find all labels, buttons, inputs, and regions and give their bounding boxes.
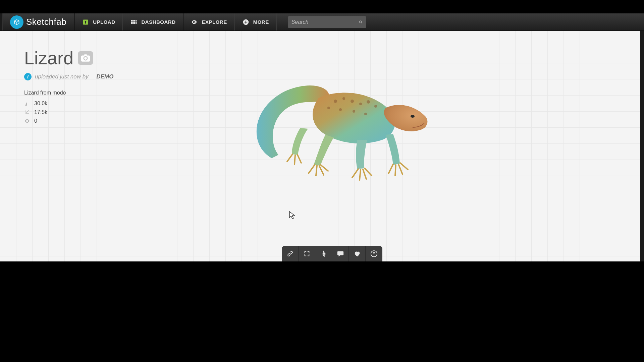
nav-upload-label: UPLOAD — [93, 19, 115, 25]
svg-point-16 — [339, 108, 342, 111]
svg-point-11 — [351, 100, 354, 103]
svg-point-14 — [374, 105, 377, 108]
svg-rect-1 — [131, 20, 133, 21]
svg-point-9 — [334, 100, 337, 103]
svg-rect-6 — [136, 22, 137, 24]
viewer-toolbar — [282, 246, 382, 261]
heart-icon — [354, 250, 361, 257]
nav-explore[interactable]: EXPLORE — [183, 13, 234, 31]
model-render[interactable] — [241, 78, 429, 185]
dashboard-icon — [130, 19, 137, 25]
nav-dashboard-label: DASHBOARD — [141, 19, 175, 25]
fullscreen-icon — [303, 250, 311, 257]
svg-point-13 — [367, 100, 370, 104]
svg-point-19 — [323, 251, 324, 252]
nav-dashboard[interactable]: DASHBOARD — [123, 13, 183, 31]
svg-point-10 — [342, 97, 345, 100]
explore-icon — [191, 19, 198, 25]
upload-icon — [82, 19, 89, 25]
stat-triangles: 30.0k — [34, 99, 47, 108]
like-button[interactable] — [349, 246, 366, 261]
brand-logo[interactable]: Sketchfab — [3, 13, 74, 31]
search-input[interactable] — [291, 19, 359, 25]
model-meta: Lizard i uploaded just now by __DEMO__ L… — [24, 48, 120, 125]
link-icon — [286, 250, 294, 257]
byline-prefix: uploaded just now by — [35, 73, 90, 80]
sidebar-handle[interactable] — [0, 13, 3, 31]
stat-views: 0 — [34, 117, 37, 125]
svg-rect-4 — [131, 22, 133, 24]
walk-icon — [320, 250, 327, 257]
help-button[interactable] — [366, 246, 382, 261]
nav-more[interactable]: MORE — [235, 13, 277, 31]
info-icon[interactable]: i — [24, 73, 32, 80]
views-icon — [24, 118, 30, 124]
author-link[interactable]: __DEMO__ — [90, 73, 120, 80]
search-icon[interactable] — [359, 19, 363, 25]
svg-point-18 — [364, 113, 367, 115]
triangles-icon — [24, 101, 30, 107]
comments-button[interactable] — [332, 246, 349, 261]
search-box[interactable] — [288, 16, 366, 28]
svg-point-15 — [327, 107, 330, 109]
camera-icon — [81, 54, 90, 62]
svg-point-12 — [359, 103, 362, 105]
svg-rect-3 — [136, 20, 137, 21]
viewer-area[interactable]: Lizard i uploaded just now by __DEMO__ L… — [0, 31, 644, 261]
stat-vertices: 17.5k — [34, 108, 47, 117]
svg-point-8 — [411, 115, 415, 118]
byline-text: uploaded just now by __DEMO__ — [35, 73, 120, 80]
first-person-button[interactable] — [315, 246, 332, 261]
model-stats: 30.0k 17.5k 0 — [24, 99, 120, 125]
nav-more-label: MORE — [253, 19, 269, 25]
fullscreen-button[interactable] — [299, 246, 315, 261]
more-icon — [243, 19, 249, 25]
svg-point-17 — [353, 110, 355, 113]
top-navigation: Sketchfab UPLOAD DASHBOARD EXPLORE MORE — [0, 13, 644, 31]
model-description: Lizard from modo — [24, 90, 120, 96]
nav-explore-label: EXPLORE — [202, 19, 227, 25]
scrollbar[interactable] — [640, 31, 644, 261]
share-link-button[interactable] — [282, 246, 299, 261]
snapshot-button[interactable] — [78, 51, 93, 65]
nav-upload[interactable]: UPLOAD — [74, 13, 123, 31]
comment-icon — [337, 250, 344, 257]
help-icon — [370, 250, 378, 257]
vertices-icon — [24, 109, 30, 115]
model-title: Lizard — [24, 48, 73, 68]
svg-rect-5 — [133, 22, 135, 24]
svg-rect-2 — [133, 20, 135, 21]
cube-icon — [10, 15, 23, 29]
cursor-icon — [289, 211, 295, 219]
brand-name: Sketchfab — [26, 17, 66, 27]
